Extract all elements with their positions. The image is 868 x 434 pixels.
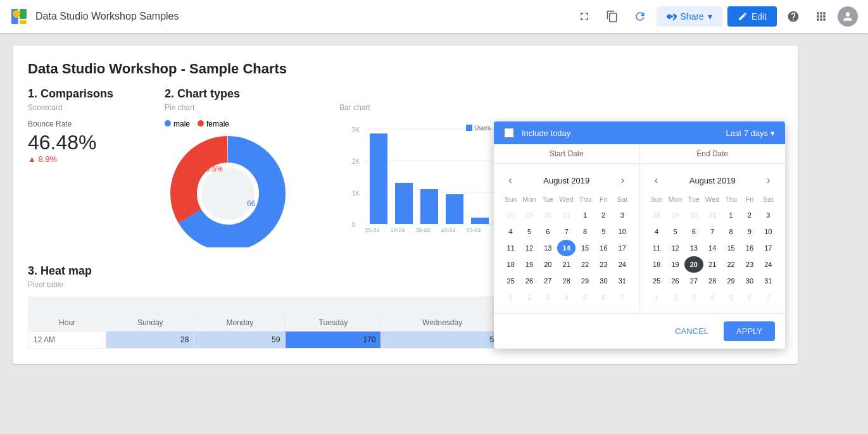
start-day[interactable]: 28	[557, 273, 576, 289]
start-day[interactable]: 23	[594, 256, 613, 273]
start-day[interactable]: 8	[576, 223, 594, 240]
apply-button[interactable]: APPLY	[724, 321, 775, 341]
start-day[interactable]: 1	[576, 207, 594, 223]
end-day[interactable]: 7	[703, 223, 722, 240]
start-day[interactable]: 17	[613, 240, 631, 256]
end-day[interactable]: 16	[740, 240, 758, 256]
start-day[interactable]: 21	[557, 256, 576, 273]
end-day[interactable]: 1	[648, 289, 666, 306]
apps-btn[interactable]	[810, 5, 833, 28]
end-day[interactable]: 31	[703, 207, 722, 223]
edit-button[interactable]: Edit	[727, 6, 777, 27]
start-day[interactable]: 16	[594, 240, 613, 256]
end-day[interactable]: 17	[759, 240, 777, 256]
end-day[interactable]: 13	[684, 240, 703, 256]
start-day[interactable]: 5	[576, 289, 594, 306]
start-day[interactable]: 15	[576, 240, 594, 256]
avatar[interactable]	[838, 6, 858, 27]
end-prev-month-btn[interactable]: ‹	[648, 171, 665, 189]
end-day[interactable]: 3	[759, 207, 777, 223]
start-prev-month-btn[interactable]: ‹	[501, 171, 519, 189]
share-button[interactable]: Share ▾	[657, 6, 722, 27]
end-day[interactable]: 29	[666, 207, 684, 223]
end-day[interactable]: 15	[722, 240, 740, 256]
start-day[interactable]: 31	[557, 207, 576, 223]
start-day[interactable]: 29	[576, 273, 594, 289]
start-day[interactable]: 5	[520, 223, 538, 240]
start-day[interactable]: 31	[613, 273, 631, 289]
start-day[interactable]: 22	[576, 256, 594, 273]
end-day[interactable]: 9	[740, 223, 758, 240]
start-day[interactable]: 30	[539, 207, 557, 223]
start-day[interactable]: 10	[613, 223, 631, 240]
end-day[interactable]: 10	[759, 223, 777, 240]
start-day[interactable]: 20	[539, 256, 557, 273]
end-day[interactable]: 4	[703, 289, 722, 306]
start-day[interactable]: 13	[539, 240, 557, 256]
end-next-month-btn[interactable]: ›	[760, 171, 777, 189]
refresh-btn[interactable]	[629, 5, 651, 28]
end-day[interactable]: 14	[703, 240, 722, 256]
end-day[interactable]: 5	[722, 289, 740, 306]
last-n-days-dropdown[interactable]: Last 7 days ▾	[726, 128, 776, 138]
start-day[interactable]: 19	[520, 256, 538, 273]
end-day[interactable]: 23	[740, 256, 758, 273]
end-day[interactable]: 2	[740, 207, 758, 223]
copy-btn[interactable]	[601, 5, 624, 28]
end-day[interactable]: 4	[648, 223, 666, 240]
start-day[interactable]: 27	[539, 273, 557, 289]
end-day[interactable]: 5	[666, 223, 684, 240]
cancel-button[interactable]: CANCEL	[665, 321, 719, 341]
end-day[interactable]: 28	[648, 207, 666, 223]
start-day[interactable]: 4	[501, 223, 520, 240]
end-day[interactable]: 27	[684, 273, 703, 289]
start-day[interactable]: 11	[501, 240, 520, 256]
end-day[interactable]: 6	[684, 223, 703, 240]
start-day[interactable]: 25	[501, 273, 520, 289]
start-day[interactable]: 18	[501, 256, 520, 273]
start-day[interactable]: 1	[501, 289, 520, 306]
end-day[interactable]: 22	[722, 256, 740, 273]
start-day[interactable]: 3	[539, 289, 557, 306]
start-day[interactable]: 30	[594, 273, 613, 289]
help-btn[interactable]	[782, 5, 805, 28]
include-today-checkbox[interactable]	[504, 128, 514, 138]
start-day[interactable]: 2	[594, 207, 613, 223]
end-day[interactable]: 3	[684, 289, 703, 306]
end-day[interactable]: 30	[684, 207, 703, 223]
end-day[interactable]: 12	[666, 240, 684, 256]
end-day[interactable]: 29	[722, 273, 740, 289]
end-day[interactable]: 28	[703, 273, 722, 289]
start-day[interactable]: 28	[501, 207, 520, 223]
end-day[interactable]: 1	[722, 207, 740, 223]
start-day-selected[interactable]: 14	[557, 240, 576, 256]
end-day[interactable]: 31	[759, 273, 777, 289]
end-day[interactable]: 19	[666, 256, 684, 273]
start-day[interactable]: 26	[520, 273, 538, 289]
start-day[interactable]: 6	[539, 223, 557, 240]
end-day[interactable]: 8	[722, 223, 740, 240]
start-next-month-btn[interactable]: ›	[613, 171, 631, 189]
start-day[interactable]: 2	[520, 289, 538, 306]
start-day[interactable]: 12	[520, 240, 538, 256]
end-day[interactable]: 11	[648, 240, 666, 256]
end-day[interactable]: 7	[759, 289, 777, 306]
fullscreen-btn[interactable]	[573, 5, 596, 28]
end-day[interactable]: 18	[648, 256, 666, 273]
end-day[interactable]: 24	[759, 256, 777, 273]
start-day[interactable]: 3	[613, 207, 631, 223]
start-day[interactable]: 7	[557, 223, 576, 240]
start-day[interactable]: 4	[557, 289, 576, 306]
end-day[interactable]: 6	[740, 289, 758, 306]
start-day[interactable]: 24	[613, 256, 631, 273]
start-day[interactable]: 7	[613, 289, 631, 306]
end-day[interactable]: 26	[666, 273, 684, 289]
start-day[interactable]: 6	[594, 289, 613, 306]
end-day[interactable]: 2	[666, 289, 684, 306]
start-day[interactable]: 9	[594, 223, 613, 240]
end-day[interactable]: 25	[648, 273, 666, 289]
start-day[interactable]: 29	[520, 207, 538, 223]
end-day-selected[interactable]: 20	[684, 256, 703, 273]
end-day[interactable]: 21	[703, 256, 722, 273]
end-day[interactable]: 30	[740, 273, 758, 289]
